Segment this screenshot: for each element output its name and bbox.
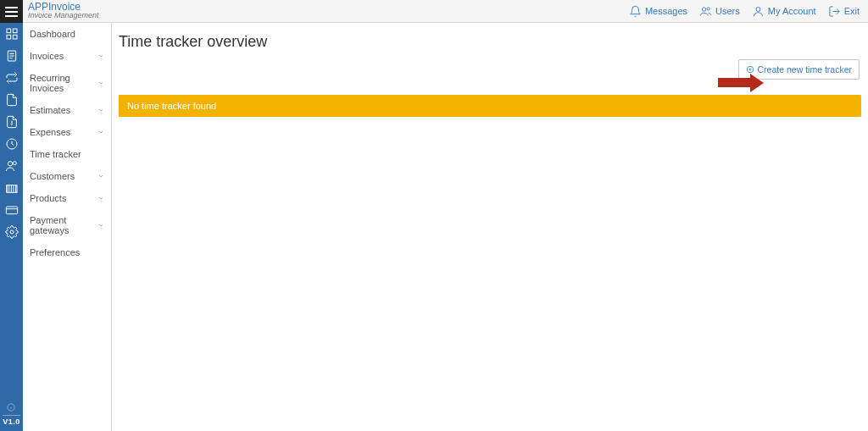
create-time-tracker-button[interactable]: Create new time tracker bbox=[738, 59, 860, 80]
sidebar-item-timetracker[interactable]: Time tracker bbox=[23, 143, 111, 165]
exit-icon bbox=[828, 5, 841, 18]
header: APPInvoice Invoice Management Messages U… bbox=[23, 0, 868, 23]
chevron-down-icon bbox=[97, 171, 104, 181]
sidebar-item-gateways[interactable]: Payment gateways bbox=[23, 209, 111, 241]
brand-tagline: Invoice Management bbox=[28, 12, 99, 20]
svg-rect-1 bbox=[13, 29, 17, 33]
svg-rect-17 bbox=[6, 207, 17, 214]
plus-circle-icon bbox=[746, 65, 754, 74]
sidebar-item-label: Time tracker bbox=[30, 149, 81, 159]
sidebar-item-products[interactable]: Products bbox=[23, 187, 111, 209]
svg-rect-3 bbox=[13, 35, 17, 39]
sidebar-item-expenses[interactable]: Expenses bbox=[23, 121, 111, 143]
svg-point-9 bbox=[8, 162, 12, 166]
sidebar-item-customers[interactable]: Customers bbox=[23, 165, 111, 187]
sidebar-item-label: Invoices bbox=[30, 51, 64, 61]
sidebar-item-label: Estimates bbox=[30, 105, 70, 115]
svg-point-25 bbox=[756, 7, 760, 11]
svg-point-23 bbox=[703, 7, 706, 10]
chevron-down-icon bbox=[97, 193, 104, 203]
preferences-icon[interactable] bbox=[0, 221, 23, 243]
users-icon bbox=[699, 5, 712, 18]
nav-label: Users bbox=[715, 6, 740, 16]
button-label: Create new time tracker bbox=[758, 64, 852, 75]
svg-point-19 bbox=[10, 230, 14, 234]
recurring-icon[interactable] bbox=[0, 67, 23, 89]
customers-icon[interactable] bbox=[0, 155, 23, 177]
hamburger-menu[interactable] bbox=[0, 0, 23, 23]
version-label: V1.0 bbox=[3, 415, 20, 426]
sidebar: Dashboard Invoices Recurring Invoices Es… bbox=[23, 23, 112, 431]
main-content: Time tracker overview Create new time tr… bbox=[112, 23, 868, 431]
time-tracker-icon[interactable] bbox=[0, 133, 23, 155]
products-icon[interactable] bbox=[0, 177, 23, 199]
svg-point-24 bbox=[707, 7, 709, 9]
page-title: Time tracker overview bbox=[119, 33, 861, 51]
nav-account[interactable]: My Account bbox=[752, 5, 816, 18]
alert-no-results: No time tracker found bbox=[119, 95, 861, 117]
sidebar-item-label: Payment gateways bbox=[30, 215, 97, 235]
nav-label: My Account bbox=[768, 6, 816, 16]
sidebar-item-label: Dashboard bbox=[30, 29, 75, 39]
icon-rail: V1.0 bbox=[0, 0, 23, 431]
sidebar-item-preferences[interactable]: Preferences bbox=[23, 241, 111, 263]
svg-rect-0 bbox=[7, 29, 11, 33]
payment-gateways-icon[interactable] bbox=[0, 199, 23, 221]
chevron-down-icon bbox=[97, 51, 104, 61]
sidebar-item-dashboard[interactable]: Dashboard bbox=[23, 23, 111, 45]
sidebar-item-label: Recurring Invoices bbox=[30, 73, 97, 93]
sidebar-item-label: Expenses bbox=[30, 127, 70, 137]
header-nav: Messages Users My Account Exit bbox=[629, 5, 860, 18]
chevron-down-icon bbox=[97, 220, 104, 230]
bell-icon bbox=[629, 5, 642, 18]
sidebar-item-invoices[interactable]: Invoices bbox=[23, 45, 111, 67]
nav-label: Exit bbox=[844, 6, 860, 16]
svg-point-10 bbox=[13, 162, 16, 165]
sidebar-item-label: Preferences bbox=[30, 247, 80, 257]
dashboard-icon[interactable] bbox=[0, 23, 23, 45]
expenses-icon[interactable] bbox=[0, 111, 23, 133]
brand[interactable]: APPInvoice Invoice Management bbox=[28, 2, 99, 20]
nav-messages[interactable]: Messages bbox=[629, 5, 687, 18]
toolbar: Create new time tracker bbox=[119, 59, 861, 80]
chevron-down-icon bbox=[97, 105, 104, 115]
svg-rect-2 bbox=[7, 35, 11, 39]
alert-text: No time tracker found bbox=[127, 101, 216, 111]
invoices-icon[interactable] bbox=[0, 45, 23, 67]
chevron-down-icon bbox=[97, 127, 104, 137]
estimates-icon[interactable] bbox=[0, 89, 23, 111]
sidebar-item-label: Products bbox=[30, 193, 66, 203]
sidebar-item-estimates[interactable]: Estimates bbox=[23, 99, 111, 121]
nav-label: Messages bbox=[645, 6, 687, 16]
nav-exit[interactable]: Exit bbox=[828, 5, 860, 18]
info-icon[interactable] bbox=[7, 403, 15, 413]
nav-users[interactable]: Users bbox=[699, 5, 740, 18]
sidebar-item-label: Customers bbox=[30, 171, 75, 181]
chevron-down-icon bbox=[97, 78, 104, 88]
sidebar-item-recurring[interactable]: Recurring Invoices bbox=[23, 67, 111, 99]
user-icon bbox=[752, 5, 765, 18]
